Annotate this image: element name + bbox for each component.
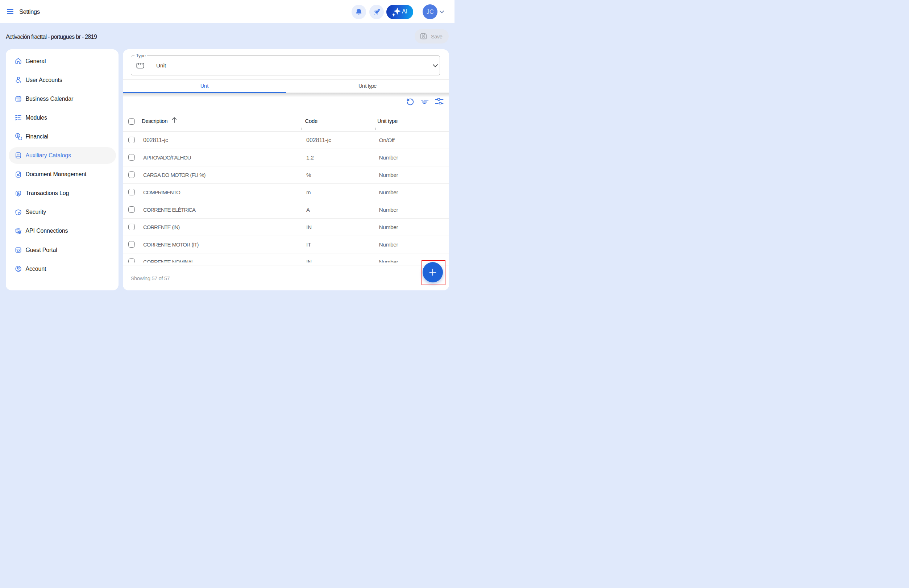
svg-text:$: $ <box>17 134 18 137</box>
